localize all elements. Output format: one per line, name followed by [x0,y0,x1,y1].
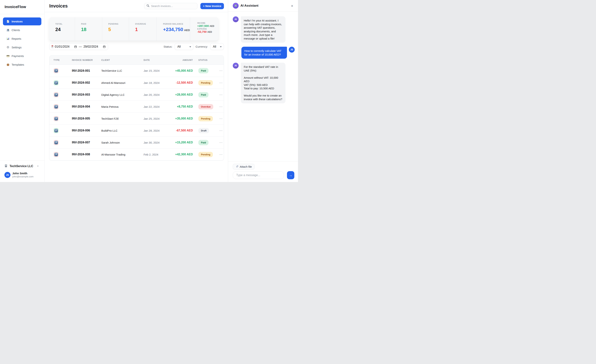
status-badge: Pending [198,116,213,121]
stats-summary-card: TOTAL 24 PAID 18 PENDING 5 OVERDUE 1 PER… [49,17,218,41]
message-bubble: How to correctly calculate VAT for an in… [241,47,287,59]
invoice-number: INV-2024-001 [72,69,101,72]
stat-value-paid: 18 [81,27,102,32]
expense-amount: -52,750 [197,30,207,33]
table-row[interactable]: ↗ INV-2024-004 Maria Petrova Jan 22, 202… [49,101,224,112]
chat-composer: Attach file → [228,161,298,182]
send-button[interactable]: → [287,171,294,179]
invoice-number: INV-2024-006 [72,129,101,132]
stat-label-total: TOTAL [55,23,75,25]
sidebar-item-settings[interactable]: ⚙ Settings [3,43,41,51]
table-row[interactable]: ↗ INV-2024-001 TechService LLC Jan 15, 2… [49,65,224,77]
close-icon[interactable]: × [290,3,294,8]
arrow-icon: ↗ [54,153,58,156]
table-row[interactable]: ↗ INV-2024-007 Sarah Johnson Jan 30, 202… [49,136,224,148]
date-from-input[interactable]: 01/01/2024 [55,45,69,48]
sidebar-item-reports[interactable]: Reports [3,35,41,43]
row-menu-button[interactable]: ⋯ [219,141,223,144]
building-icon [4,164,7,168]
invoice-client: TechService LLC [101,69,144,72]
table-row[interactable]: ↙ INV-2024-002 Ahmed Al-Mansouri Jan 18,… [49,77,224,89]
invoice-type-icon: ↗ [53,68,59,73]
chevron-down-icon: ▼ [37,165,39,167]
sidebar-item-label: Invoices [12,20,22,23]
row-menu-button[interactable]: ⋯ [219,69,223,73]
invoice-client: TechStart FZE [101,117,144,120]
invoice-client: Al-Mansoor Trading [101,153,144,156]
arrow-icon: ↗ [54,105,58,108]
status-badge: Paid [198,68,209,73]
date-to-input[interactable]: 29/02/2024 [83,45,98,48]
invoice-amount: +35,000 AED [171,117,193,120]
clients-icon [6,29,10,32]
sidebar-item-clients[interactable]: Clients [3,26,41,34]
table-row[interactable]: ↙ INV-2024-006 BuildPro LLC Jan 28, 2024… [49,125,224,136]
company-selector[interactable]: TechService LLC ▼ [4,164,40,168]
arrow-icon: ↗ [54,69,58,72]
date-from-calendar-button[interactable] [74,45,77,48]
stat-label-period-balance: PERIOD BALANCE [163,23,190,25]
invoice-number: INV-2024-004 [72,105,101,108]
row-menu-button[interactable]: ⋯ [219,105,223,109]
invoice-type-icon: ↗ [53,104,59,109]
sidebar-item-label: Settings [12,46,22,49]
column-header-client: CLIENT [101,59,144,61]
filters-bar: 17 01/01/2024 — 29/02/2024 Status: All C… [49,43,224,50]
arrow-icon: ↗ [54,93,58,97]
currency-filter-select[interactable]: All [210,43,224,50]
currency-filter-value: All [213,45,216,48]
column-header-status: STATUS [193,59,219,61]
invoice-date: Jan 30, 2024 [144,141,171,144]
row-menu-button[interactable]: ⋯ [219,93,223,97]
table-row[interactable]: ↗ INV-2024-005 TechStart FZE Jan 25, 202… [49,112,224,125]
income-value: +287,500AED [197,24,218,27]
status-badge: Pending [198,80,213,85]
invoice-date: Jan 20, 2024 [144,93,171,96]
stat-value-pending: 5 [108,27,129,32]
chat-message-input[interactable] [233,171,284,179]
invoice-amount: +8,750 AED [171,105,193,108]
attach-file-button[interactable]: Attach file [233,164,255,170]
row-menu-button[interactable]: ⋯ [219,129,223,133]
ai-message-avatar: AI [233,63,239,69]
income-currency: AED [209,25,214,27]
invoice-client: BuildPro LLC [101,129,144,132]
sidebar-item-templates[interactable]: Templates [3,61,41,69]
invoice-date: Jan 28, 2024 [144,129,171,132]
user-avatar: JS [4,172,10,178]
chevron-down-icon [220,46,222,47]
table-row[interactable]: ↗ INV-2024-008 Al-Mansoor Trading Feb 2,… [49,148,224,160]
row-menu-button[interactable]: ⋯ [219,117,223,121]
user-account[interactable]: JS John Smith john@example.com [4,172,40,178]
search-box[interactable] [144,3,197,9]
row-menu-button[interactable]: ⋯ [219,153,223,156]
ai-assistant-panel: AI Assistant × AI Hello! I'm your AI ass… [228,0,298,182]
invoice-number: INV-2024-003 [72,93,101,96]
table-row[interactable]: ↗ INV-2024-003 Digital Agency LLC Jan 20… [49,89,224,101]
chat-message-user: How to correctly calculate VAT for an in… [233,47,295,59]
date-to-calendar-button[interactable] [103,45,105,48]
sidebar-nav: Invoices Clients Reports ⚙ Settings [0,14,44,69]
expense-value: -52,750AED [197,30,218,33]
stat-value-overdue: 1 [135,27,156,32]
invoice-date: Jan 15, 2024 [144,69,171,72]
page-title: Invoices [49,3,68,9]
bar-chart-icon [6,37,10,40]
sidebar-item-payments[interactable]: Payments [3,52,41,60]
search-input[interactable] [151,4,195,7]
user-email: john@example.com [12,175,33,178]
gear-icon: ⚙ [6,46,10,49]
status-badge: Draft [198,128,209,133]
new-invoice-button[interactable]: + New Invoice [200,3,224,9]
chat-message-ai: AI Hello! I'm your AI assistant. I can h… [233,16,295,43]
status-filter-select[interactable]: All [175,43,194,50]
period-balance-amount: +234,750 [163,27,183,32]
sidebar-item-label: Clients [12,29,20,32]
date-range-picker[interactable]: 17 01/01/2024 — 29/02/2024 [49,43,108,50]
row-menu-button[interactable]: ⋯ [219,81,223,85]
package-icon [6,63,10,66]
invoice-date: Jan 18, 2024 [144,81,171,84]
sidebar-item-invoices[interactable]: Invoices [3,17,41,25]
expense-currency: AED [207,31,212,33]
app-logo: InvoiceFlow [0,0,44,9]
